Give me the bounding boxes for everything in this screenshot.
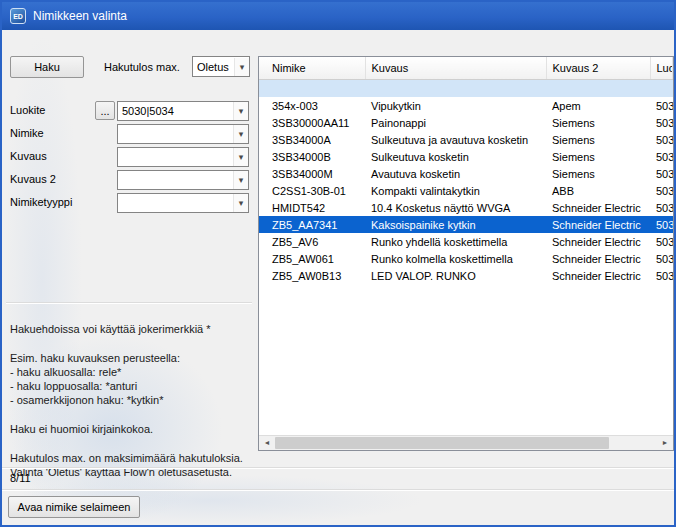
table-cell: Schneider Electric <box>546 233 650 250</box>
table-cell: 5030 <box>650 114 673 131</box>
table-cell: Siemens <box>546 148 650 165</box>
chevron-down-icon: ▾ <box>233 148 248 166</box>
nimiketyyppi-label: Nimiketyyppi <box>10 196 72 208</box>
table-cell: Apem <box>546 97 650 114</box>
table-row[interactable]: 3SB30000AA11PainonappiSiemens5030 <box>259 114 673 131</box>
table-cell: 5030 <box>650 267 673 284</box>
table-cell: ABB <box>546 182 650 199</box>
table-cell: Avautuva kosketin <box>365 165 546 182</box>
results-grid: Nimike Kuvaus Kuvaus 2 Luo 354x-003Vipuk… <box>259 57 673 284</box>
table-cell: 10.4 Kosketus näyttö WVGA <box>365 199 546 216</box>
table-cell: 5030 <box>650 182 673 199</box>
table-cell: ZB5_AV6 <box>259 233 365 250</box>
help-line: - haku alkuosalla: rele* <box>10 365 256 379</box>
table-row[interactable]: ZB5_AA7341Kaksoispainike kytkinSchneider… <box>259 216 673 233</box>
scroll-left-icon[interactable]: ◄ <box>259 436 275 450</box>
table-cell: 354x-003 <box>259 97 365 114</box>
table-cell: 5030 <box>650 233 673 250</box>
hakutulos-max-combo[interactable]: Oletus ▾ <box>192 56 250 77</box>
table-cell: HMIDT542 <box>259 199 365 216</box>
help-line: Hakuehdoissa voi käyttää jokerimerkkiä * <box>10 322 256 336</box>
table-cell: Sulkeutuva kosketin <box>365 148 546 165</box>
table-row[interactable]: 3SB34000BSulkeutuva kosketinSiemens5030 <box>259 148 673 165</box>
luokite-value: 5030|5034 <box>118 105 233 117</box>
app-icon: ED <box>10 8 26 24</box>
help-line: - osamerkkijonon haku: *kytkin* <box>10 393 256 407</box>
horizontal-scrollbar[interactable]: ◄ ► <box>259 435 673 450</box>
table-cell: 5030 <box>650 148 673 165</box>
help-text: Hakuehdoissa voi käyttää jokerimerkkiä *… <box>10 322 256 479</box>
kuvaus2-label: Kuvaus 2 <box>10 173 56 185</box>
help-line: - haku loppuosalla: *anturi <box>10 379 256 393</box>
empty-highlight-row[interactable] <box>259 79 673 97</box>
table-cell: 3SB30000AA11 <box>259 114 365 131</box>
table-cell: 5030 <box>650 97 673 114</box>
table-cell: 3SB34000A <box>259 131 365 148</box>
haku-button[interactable]: Haku <box>10 56 84 78</box>
table-cell: ZB5_AW0B13 <box>259 267 365 284</box>
scrollbar-thumb[interactable] <box>275 437 609 449</box>
chevron-down-icon: ▾ <box>233 102 248 120</box>
table-cell: Schneider Electric <box>546 199 650 216</box>
kuvaus-combo[interactable]: ▾ <box>117 147 249 167</box>
table-cell: Sulkeutuva ja avautuva kosketin <box>365 131 546 148</box>
table-row[interactable]: ZB5_AW061Runko kolmella koskettimellaSch… <box>259 250 673 267</box>
luokite-browse-button[interactable]: ... <box>95 101 115 120</box>
status-count: 8/11 <box>10 472 31 484</box>
window-title: Nimikkeen valinta <box>33 9 127 23</box>
column-header-kuvaus2[interactable]: Kuvaus 2 <box>546 57 650 79</box>
luokite-combo[interactable]: 5030|5034 ▾ <box>117 101 249 121</box>
luokite-label: Luokite <box>10 104 45 116</box>
table-cell: Siemens <box>546 131 650 148</box>
table-row[interactable]: C2SS1-30B-01Kompakti valintakytkinABB503… <box>259 182 673 199</box>
dialog-nimikkeen-valinta: ED Nimikkeen valinta Haku Hakutulos max.… <box>0 0 676 527</box>
table-row[interactable]: ZB5_AW0B13LED VALOP. RUNKOSchneider Elec… <box>259 267 673 284</box>
table-cell: Siemens <box>546 165 650 182</box>
table-cell: 5030 <box>650 165 673 182</box>
table-cell: Schneider Electric <box>546 250 650 267</box>
nimike-combo[interactable]: ▾ <box>117 124 249 144</box>
chevron-down-icon: ▾ <box>233 125 248 143</box>
table-cell: ZB5_AA7341 <box>259 216 365 233</box>
table-cell: 3SB34000M <box>259 165 365 182</box>
hakutulos-max-label: Hakutulos max. <box>104 61 180 73</box>
table-cell: 3SB34000B <box>259 148 365 165</box>
chevron-down-icon: ▾ <box>233 171 248 189</box>
table-row[interactable]: ZB5_AV6Runko yhdellä koskettimellaSchnei… <box>259 233 673 250</box>
table-header-row: Nimike Kuvaus Kuvaus 2 Luo <box>259 57 673 79</box>
column-header-kuvaus[interactable]: Kuvaus <box>365 57 546 79</box>
nimike-label: Nimike <box>10 127 44 139</box>
table-cell: 5030 <box>650 250 673 267</box>
scroll-right-icon[interactable]: ► <box>657 436 673 450</box>
status-separator-bottom <box>2 489 674 491</box>
help-line: Hakutulos max. on maksimimäärä hakutulok… <box>10 451 256 465</box>
chevron-down-icon: ▾ <box>233 194 248 212</box>
nimiketyyppi-combo[interactable]: ▾ <box>117 193 249 213</box>
table-cell: Schneider Electric <box>546 216 650 233</box>
table-cell: Schneider Electric <box>546 267 650 284</box>
table-cell: Painonappi <box>365 114 546 131</box>
table-row[interactable]: HMIDT54210.4 Kosketus näyttö WVGASchneid… <box>259 199 673 216</box>
column-header-luokite[interactable]: Luo <box>650 57 673 79</box>
table-cell: 5030 <box>650 199 673 216</box>
hakutulos-max-value: Oletus <box>193 61 234 73</box>
table-row[interactable]: 3SB34000ASulkeutuva ja avautuva kosketin… <box>259 131 673 148</box>
title-bar[interactable]: ED Nimikkeen valinta <box>2 2 674 30</box>
table-cell: LED VALOP. RUNKO <box>365 267 546 284</box>
table-cell: C2SS1-30B-01 <box>259 182 365 199</box>
table-cell: Kompakti valintakytkin <box>365 182 546 199</box>
help-line: Esim. haku kuvauksen perusteella: <box>10 351 256 365</box>
kuvaus2-combo[interactable]: ▾ <box>117 170 249 190</box>
table-cell: Runko kolmella koskettimella <box>365 250 546 267</box>
column-header-nimike[interactable]: Nimike <box>259 57 365 79</box>
table-cell: 5030 <box>650 131 673 148</box>
table-cell: Kaksoispainike kytkin <box>365 216 546 233</box>
open-item-browser-button[interactable]: Avaa nimike selaimeen <box>8 496 140 518</box>
table-cell: Vipukytkin <box>365 97 546 114</box>
table-row[interactable]: 354x-003VipukytkinApem5030 <box>259 97 673 114</box>
table-cell: Siemens <box>546 114 650 131</box>
help-line: Haku ei huomioi kirjainkokoa. <box>10 422 256 436</box>
table-cell: Runko yhdellä koskettimella <box>365 233 546 250</box>
results-table: Nimike Kuvaus Kuvaus 2 Luo 354x-003Vipuk… <box>258 56 674 451</box>
table-row[interactable]: 3SB34000MAvautuva kosketinSiemens5030 <box>259 165 673 182</box>
